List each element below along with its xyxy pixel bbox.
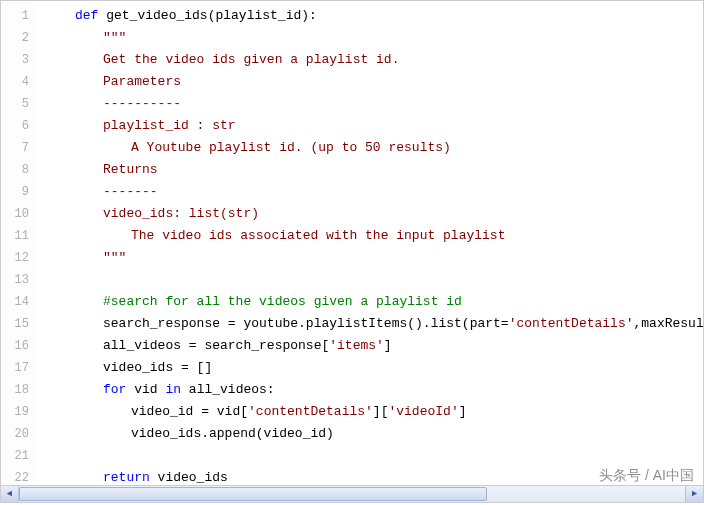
code-line[interactable]: video_ids: list(str) — [47, 203, 703, 225]
line-number: 3 — [1, 49, 29, 71]
line-number: 5 — [1, 93, 29, 115]
scroll-track[interactable] — [19, 486, 685, 502]
code-line[interactable]: The video ids associated with the input … — [47, 225, 703, 247]
line-number: 22 — [1, 467, 29, 486]
line-number: 20 — [1, 423, 29, 445]
code-token: 'items' — [329, 338, 384, 353]
code-line[interactable]: Get the video ids given a playlist id. — [47, 49, 703, 71]
code-token: ---------- — [103, 96, 181, 111]
line-number: 4 — [1, 71, 29, 93]
code-line[interactable]: video_id = vid['contentDetails']['videoI… — [47, 401, 703, 423]
code-token: ] — [459, 404, 467, 419]
code-token: 'contentDetails' — [248, 404, 373, 419]
code-token: video_id = vid[ — [131, 404, 248, 419]
code-token: in — [165, 382, 188, 397]
scroll-right-button[interactable]: ► — [685, 486, 703, 502]
code-area[interactable]: def get_video_ids(playlist_id):"""Get th… — [37, 1, 703, 485]
code-token: ,maxResults= — [634, 316, 704, 331]
code-editor[interactable]: 12345678910111213141516171819202122 def … — [0, 0, 704, 486]
code-line[interactable]: video_ids.append(video_id) — [47, 423, 703, 445]
line-number-gutter: 12345678910111213141516171819202122 — [1, 1, 37, 485]
line-number: 16 — [1, 335, 29, 357]
code-token: A Youtube playlist id. (up to 50 results… — [131, 140, 451, 155]
line-number: 6 — [1, 115, 29, 137]
line-number: 1 — [1, 5, 29, 27]
line-number: 7 — [1, 137, 29, 159]
code-token: ] — [384, 338, 392, 353]
scroll-thumb[interactable] — [19, 487, 487, 501]
line-number: 2 — [1, 27, 29, 49]
code-line[interactable]: Parameters — [47, 71, 703, 93]
code-token: 'videoId' — [388, 404, 458, 419]
horizontal-scrollbar[interactable]: ◄ ► — [0, 486, 704, 503]
code-token: ): — [301, 8, 317, 23]
line-number: 10 — [1, 203, 29, 225]
code-line[interactable]: ---------- — [47, 93, 703, 115]
line-number: 19 — [1, 401, 29, 423]
code-line[interactable]: playlist_id : str — [47, 115, 703, 137]
code-token: playlist_id — [215, 8, 301, 23]
code-token: all_videos: — [189, 382, 275, 397]
code-token: The video ids associated with the input … — [131, 228, 505, 243]
code-token: vid — [134, 382, 165, 397]
code-line[interactable]: ------- — [47, 181, 703, 203]
code-token: """ — [103, 30, 126, 45]
code-token: ------- — [103, 184, 158, 199]
code-token: def — [75, 8, 106, 23]
line-number: 9 — [1, 181, 29, 203]
code-line[interactable]: #search for all the videos given a playl… — [47, 291, 703, 313]
code-line[interactable]: search_response = youtube.playlistItems(… — [47, 313, 703, 335]
line-number: 21 — [1, 445, 29, 467]
line-number: 14 — [1, 291, 29, 313]
code-token: video_ids = [] — [103, 360, 212, 375]
code-token: for — [103, 382, 134, 397]
line-number: 11 — [1, 225, 29, 247]
code-token: Returns — [103, 162, 158, 177]
code-token: 'contentDetails' — [509, 316, 634, 331]
code-line[interactable]: return video_ids — [47, 467, 703, 485]
line-number: 12 — [1, 247, 29, 269]
code-line[interactable]: """ — [47, 247, 703, 269]
code-token: playlist_id : str — [103, 118, 236, 133]
code-token: video_ids.append(video_id) — [131, 426, 334, 441]
code-line[interactable]: A Youtube playlist id. (up to 50 results… — [47, 137, 703, 159]
code-line[interactable]: all_videos = search_response['items'] — [47, 335, 703, 357]
code-token: #search for all the videos given a playl… — [103, 294, 462, 309]
line-number: 8 — [1, 159, 29, 181]
code-token: get_video_ids — [106, 8, 207, 23]
code-line[interactable] — [47, 445, 703, 467]
code-token: video_ids: list(str) — [103, 206, 259, 221]
code-token: all_videos = search_response[ — [103, 338, 329, 353]
code-token: """ — [103, 250, 126, 265]
line-number: 15 — [1, 313, 29, 335]
line-number: 17 — [1, 357, 29, 379]
code-token: search_response = youtube.playlistItems(… — [103, 316, 509, 331]
code-line[interactable]: for vid in all_videos: — [47, 379, 703, 401]
code-token: return — [103, 470, 158, 485]
code-token: ][ — [373, 404, 389, 419]
code-token: video_ids — [158, 470, 228, 485]
code-line[interactable]: Returns — [47, 159, 703, 181]
code-line[interactable]: def get_video_ids(playlist_id): — [47, 5, 703, 27]
code-line[interactable] — [47, 269, 703, 291]
code-line[interactable]: """ — [47, 27, 703, 49]
code-line[interactable]: video_ids = [] — [47, 357, 703, 379]
line-number: 13 — [1, 269, 29, 291]
code-token: Get the video ids given a playlist id. — [103, 52, 399, 67]
line-number: 18 — [1, 379, 29, 401]
code-token: Parameters — [103, 74, 181, 89]
scroll-left-button[interactable]: ◄ — [1, 486, 19, 502]
